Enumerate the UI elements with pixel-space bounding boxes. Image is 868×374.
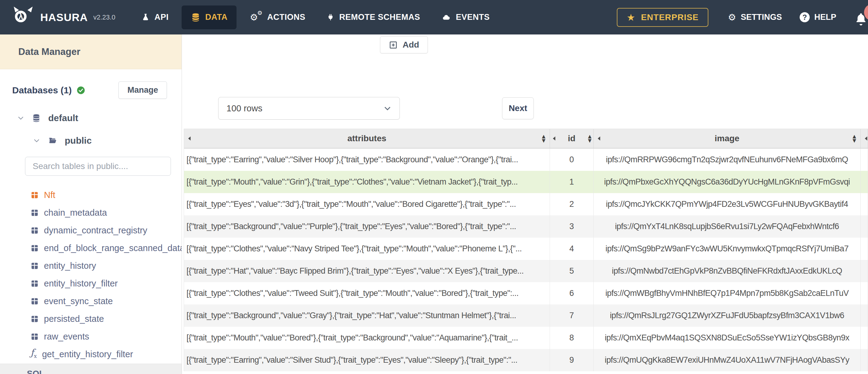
next-page-button[interactable]: Next <box>502 97 534 119</box>
cell-image[interactable]: ipfs://QmXEqPbvM4aq1SQSXN8DSuEcSo5SseYW1… <box>594 327 861 349</box>
cell-id[interactable]: 4 <box>550 238 594 260</box>
pagination-controls: 100 rows Next <box>218 97 534 120</box>
cell-image[interactable]: ipfs://QmRsJLrg27GQ1ZWyrXZFuJFdU5bapfzsy… <box>594 305 861 327</box>
table-row[interactable]: [{"trait_type":"Mouth","value":"Bored"},… <box>184 327 868 349</box>
collapse-left-icon[interactable] <box>188 136 191 141</box>
sidebar-table-item[interactable]: persisted_state <box>0 310 182 328</box>
brand[interactable]: λ HASURA v2.23.0 <box>13 7 115 28</box>
table-row[interactable]: [{"trait_type":"Hat","value":"Bayc Flipp… <box>184 260 868 282</box>
cell-id[interactable]: 1 <box>550 171 594 193</box>
notifications-button[interactable]: 8 <box>854 8 868 27</box>
table-list: Nft chain_metadata dynamic_contract_regi… <box>0 186 182 345</box>
column-header-id[interactable]: id ▲▼ <box>550 129 594 148</box>
sort-icon[interactable]: ▲▼ <box>588 134 591 143</box>
grid-body: [{"trait_type":"Earring","value":"Silver… <box>184 149 868 371</box>
collapse-left-icon[interactable] <box>552 136 556 141</box>
database-name: default <box>48 113 78 123</box>
rows-per-page-select[interactable]: 100 rows <box>218 97 400 120</box>
sort-icon[interactable]: ▲▼ <box>852 134 856 143</box>
cell-image[interactable]: ipfs://QmYxT4LnK8sqLupjbS6eRvu1si7Ly2wFQ… <box>594 215 861 238</box>
cell-attributes[interactable]: [{"trait_type":"Mouth","value":"Grin"},{… <box>184 171 550 193</box>
table-row[interactable]: [{"trait_type":"Background","value":"Pur… <box>184 215 868 238</box>
cell-image[interactable]: ipfs://QmPbxeGcXhYQQNgsC6a36dDyYUcHgMLnG… <box>594 171 861 193</box>
cell-attributes[interactable]: [{"trait_type":"Background","value":"Gra… <box>184 305 550 327</box>
table-row[interactable]: [{"trait_type":"Clothes","value":"Navy S… <box>184 238 868 260</box>
table-icon <box>31 209 39 217</box>
table-icon <box>31 191 39 199</box>
sidebar-table-item[interactable]: Nft <box>0 186 182 204</box>
nav-item-remote-schemas[interactable]: REMOTE SCHEMAS <box>316 0 431 34</box>
page-title: Data Manager <box>0 34 182 69</box>
sidebar-table-item[interactable]: event_sync_state <box>0 292 182 310</box>
cell-id[interactable]: 3 <box>550 215 594 238</box>
table-row[interactable]: [{"trait_type":"Mouth","value":"Grin"},{… <box>184 171 868 193</box>
add-row-button[interactable]: Add <box>380 36 428 53</box>
sort-icon[interactable]: ▲▼ <box>542 134 546 143</box>
cell-id[interactable]: 2 <box>550 193 594 215</box>
sidebar-function-item[interactable]: ƒx get_entity_history_filter <box>0 345 182 363</box>
tree-node-database[interactable]: default <box>0 113 182 123</box>
database-icon <box>191 12 200 22</box>
cell-image[interactable]: ipfs://QmUQgKka8EW7exiUHnMwZ4UoXA11wV7NF… <box>594 349 861 371</box>
cell-id[interactable]: 6 <box>550 282 594 305</box>
sidebar-table-item[interactable]: chain_metadata <box>0 204 182 221</box>
cell-id[interactable]: 0 <box>550 149 594 171</box>
enterprise-button[interactable]: ★ ENTERPRISE <box>617 8 708 27</box>
table-row[interactable]: [{"trait_type":"Clothes","value":"Tweed … <box>184 282 868 305</box>
table-row[interactable]: [{"trait_type":"Background","value":"Gra… <box>184 305 868 327</box>
flask-icon <box>141 13 150 22</box>
cell-attributes[interactable]: [{"trait_type":"Clothes","value":"Tweed … <box>184 282 550 305</box>
cell-attributes[interactable]: [{"trait_type":"Mouth","value":"Bored"},… <box>184 327 550 349</box>
tree-node-schema[interactable]: public <box>0 135 182 146</box>
settings-link[interactable]: ⚙ SETTINGS <box>728 12 782 22</box>
schema-name: public <box>65 135 92 146</box>
version-label: v2.23.0 <box>93 13 115 21</box>
nav-item-data[interactable]: DATA <box>182 5 237 29</box>
cell-id[interactable]: 7 <box>550 305 594 327</box>
nav-item-api[interactable]: API <box>131 0 180 34</box>
sidebar-table-item[interactable]: dynamic_contract_registry <box>0 221 182 239</box>
search-tables-input[interactable] <box>25 157 171 176</box>
cell-id[interactable]: 8 <box>550 327 594 349</box>
table-row[interactable]: [{"trait_type":"Earring","value":"Silver… <box>184 349 868 371</box>
table-row[interactable]: [{"trait_type":"Eyes","value":"3d"},{"tr… <box>184 193 868 215</box>
cloud-icon <box>441 13 451 21</box>
cell-image[interactable]: ipfs://QmcJYkCKK7QPmYWjp4FD2e3Lv5WCGFuHN… <box>594 193 861 215</box>
column-header-attributes[interactable]: attributes ▲▼ <box>184 129 550 148</box>
cell-attributes[interactable]: [{"trait_type":"Earring","value":"Silver… <box>184 349 550 371</box>
cell-image[interactable]: ipfs://QmWBgfBhyVmHNhBfEQ7p1P4Mpn7pm5b8K… <box>594 282 861 305</box>
collapse-left-icon <box>864 136 868 141</box>
column-header-image[interactable]: image ▲▼ <box>594 129 861 148</box>
column-header-partial <box>861 129 868 148</box>
table-icon <box>31 262 39 270</box>
cell-attributes[interactable]: [{"trait_type":"Hat","value":"Bayc Flipp… <box>184 260 550 282</box>
table-icon <box>31 244 39 252</box>
sidebar-sql-section[interactable]: SQL <box>0 364 182 374</box>
sidebar-table-item[interactable]: end_of_block_range_scanned_data <box>0 239 182 257</box>
nav-item-actions[interactable]: ⚙⚙ ACTIONS <box>239 0 316 34</box>
cell-partial <box>861 149 868 171</box>
cell-image[interactable]: ipfs://QmRRPWG96cmgTn2qSzjwr2qvfNEuhunv6… <box>594 149 861 171</box>
main-content: Add 100 rows Next attributes ▲▼ <box>182 34 868 374</box>
cell-attributes[interactable]: [{"trait_type":"Eyes","value":"3d"},{"tr… <box>184 193 550 215</box>
cell-partial <box>861 282 868 305</box>
cell-attributes[interactable]: [{"trait_type":"Background","value":"Pur… <box>184 215 550 238</box>
table-icon <box>31 279 39 288</box>
data-grid: attributes ▲▼ id ▲▼ image ▲▼ <box>184 129 868 371</box>
sidebar-table-item[interactable]: entity_history_filter <box>0 275 182 292</box>
cell-image[interactable]: ipfs://QmNwbd7ctEhGpVkP8nZvBBQfiNeFKRdxf… <box>594 260 861 282</box>
nav-item-events[interactable]: EVENTS <box>431 0 500 34</box>
chevron-down-icon[interactable] <box>33 137 40 144</box>
manage-button[interactable]: Manage <box>118 82 167 99</box>
cell-attributes[interactable]: [{"trait_type":"Clothes","value":"Navy S… <box>184 238 550 260</box>
collapse-left-icon[interactable] <box>597 136 601 141</box>
help-link[interactable]: ? HELP <box>800 12 836 22</box>
table-row[interactable]: [{"trait_type":"Earring","value":"Silver… <box>184 149 868 171</box>
sidebar-table-item[interactable]: raw_events <box>0 328 182 345</box>
cell-id[interactable]: 5 <box>550 260 594 282</box>
cell-image[interactable]: ipfs://QmSg9bPzW9anFYc3wWU5KnvymwkxQTpmq… <box>594 238 861 260</box>
cell-attributes[interactable]: [{"trait_type":"Earring","value":"Silver… <box>184 149 550 171</box>
sidebar-table-item[interactable]: entity_history <box>0 257 182 275</box>
chevron-down-icon[interactable] <box>17 115 24 122</box>
cell-id[interactable]: 9 <box>550 349 594 371</box>
